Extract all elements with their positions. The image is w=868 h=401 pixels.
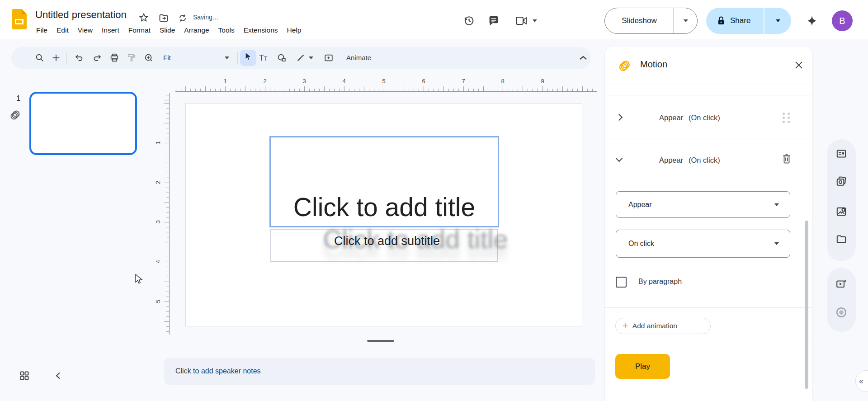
motion-panel-header: Motion	[605, 47, 812, 84]
add-animation-button[interactable]: + Add animation	[615, 318, 711, 334]
animate-button[interactable]: Animate	[346, 54, 371, 61]
ruler-tick-label: 5	[379, 78, 388, 85]
trigger-condition-value: On click	[628, 240, 774, 248]
ruler-tick-label: 4	[155, 258, 161, 265]
video-sparkle-icon[interactable]	[835, 278, 847, 290]
menu-file[interactable]: File	[32, 25, 52, 36]
star-icon[interactable]	[138, 12, 149, 23]
menu-insert[interactable]: Insert	[97, 25, 124, 36]
version-history-icon[interactable]	[462, 14, 475, 27]
gemini-sparkle-icon[interactable]	[806, 14, 818, 27]
paint-format-icon[interactable]	[127, 53, 137, 63]
plus-icon: +	[623, 321, 628, 330]
new-slide-plus-icon[interactable]	[51, 53, 61, 63]
lock-icon	[717, 16, 726, 26]
delete-animation-icon[interactable]	[781, 153, 792, 165]
insert-placeholder-icon[interactable]	[324, 53, 334, 63]
line-tool-caret[interactable]	[309, 57, 313, 59]
menu-view[interactable]: View	[73, 25, 97, 36]
comments-icon[interactable]	[487, 14, 500, 27]
animation-row-expanded[interactable]: Appear (On click)	[605, 138, 812, 181]
drag-handle-icon[interactable]	[783, 113, 790, 123]
ruler-tick-label: 4	[340, 78, 349, 85]
speaker-notes-box[interactable]: Click to add speaker notes	[164, 358, 595, 385]
effect-type-dropdown[interactable]: Appear	[616, 191, 790, 218]
slide-canvas[interactable]: Click to add title Click to add title Cl…	[185, 103, 582, 326]
ruler-tick-label: 7	[459, 78, 468, 85]
motion-icon	[618, 59, 632, 72]
saving-status: Saving…	[193, 14, 219, 21]
menu-extensions[interactable]: Extensions	[239, 25, 283, 36]
toolbar-divider	[338, 52, 338, 64]
mouse-cursor	[134, 274, 144, 286]
camera-dropdown-caret[interactable]	[533, 19, 537, 22]
collapse-filmstrip-chevron-icon[interactable]	[54, 372, 62, 380]
menu-arrange[interactable]: Arrange	[179, 25, 213, 36]
effect-type-value: Appear	[628, 201, 774, 209]
by-paragraph-checkbox[interactable]	[616, 277, 627, 288]
slideshow-button[interactable]: Slideshow	[604, 8, 698, 34]
slide-thumbnail[interactable]	[29, 92, 137, 155]
photos-icon[interactable]	[835, 175, 847, 187]
notes-resize-handle[interactable]	[367, 340, 394, 342]
side-rail-group-top	[827, 139, 856, 261]
image-search-icon[interactable]	[835, 206, 847, 217]
record-icon[interactable]	[835, 307, 847, 318]
slides-logo-icon[interactable]	[12, 9, 27, 29]
search-menus-icon[interactable]	[35, 53, 45, 63]
main-toolbar: Fit TT Animate	[11, 47, 591, 69]
ruler-tick-label: 1	[155, 139, 161, 146]
animation-row-collapsed[interactable]: Appear (On click)	[605, 95, 812, 138]
grid-view-icon[interactable]	[19, 370, 30, 381]
add-animation-label: Add animation	[632, 322, 677, 330]
meet-camera-icon[interactable]	[515, 15, 528, 26]
panel-divider	[605, 343, 812, 343]
trigger-condition-dropdown[interactable]: On click	[616, 230, 790, 258]
chevron-right-icon[interactable]	[616, 114, 623, 121]
toolbar-divider	[318, 52, 318, 64]
motion-panel: Motion Appear (On click) Appear (On clic…	[605, 47, 812, 401]
menu-format[interactable]: Format	[124, 25, 155, 36]
folder-icon[interactable]	[835, 233, 847, 245]
show-side-panel-button[interactable]: «	[855, 370, 868, 392]
side-rail-group-bottom	[827, 268, 856, 332]
ruler-tick-label: 8	[498, 78, 507, 85]
avatar[interactable]: B	[832, 10, 853, 31]
menu-help[interactable]: Help	[283, 25, 306, 36]
print-icon[interactable]	[109, 53, 119, 63]
shape-icon[interactable]	[277, 53, 287, 63]
subtitle-placeholder-text[interactable]: Click to add subtitle	[189, 234, 585, 248]
toolbar-divider	[66, 52, 67, 64]
title-placeholder-box[interactable]: Click to add title	[269, 136, 499, 227]
line-tool-icon[interactable]	[296, 53, 306, 63]
ruler-tick-label: 3	[300, 78, 309, 85]
panel-title: Motion	[640, 59, 667, 70]
slide-animations-icon	[9, 109, 21, 121]
share-dropdown[interactable]	[764, 19, 791, 22]
close-icon[interactable]	[794, 61, 803, 70]
menu-slide[interactable]: Slide	[155, 25, 179, 36]
play-button[interactable]: Play	[615, 354, 670, 379]
chevron-down-icon[interactable]	[616, 155, 623, 162]
document-title[interactable]: Untitled presentation	[35, 9, 127, 21]
collapse-toolbar-chevron-icon[interactable]	[578, 54, 588, 61]
menu-tools[interactable]: Tools	[214, 25, 239, 36]
panel-scrollbar[interactable]	[805, 221, 808, 389]
select-cursor-icon[interactable]	[244, 52, 253, 62]
slideshow-label: Slideshow	[605, 16, 674, 25]
ruler-tick-label: 2	[155, 179, 161, 186]
title-placeholder-text[interactable]: Click to add title	[271, 192, 498, 222]
text-box-icon[interactable]: TT	[259, 53, 267, 63]
share-button[interactable]: Share	[706, 8, 791, 34]
animation-effect-label: Appear	[659, 156, 683, 165]
ruler-tick-label: 3	[155, 218, 161, 226]
zoom-in-icon[interactable]	[144, 53, 154, 63]
menu-edit[interactable]: Edit	[52, 25, 73, 36]
undo-icon[interactable]	[74, 53, 84, 63]
move-folder-icon[interactable]	[158, 13, 169, 24]
slideshow-dropdown[interactable]	[674, 19, 697, 22]
zoom-fit-select[interactable]: Fit	[163, 54, 171, 61]
templates-icon[interactable]	[835, 148, 847, 160]
zoom-fit-caret[interactable]	[225, 57, 229, 59]
redo-icon[interactable]	[92, 53, 102, 63]
